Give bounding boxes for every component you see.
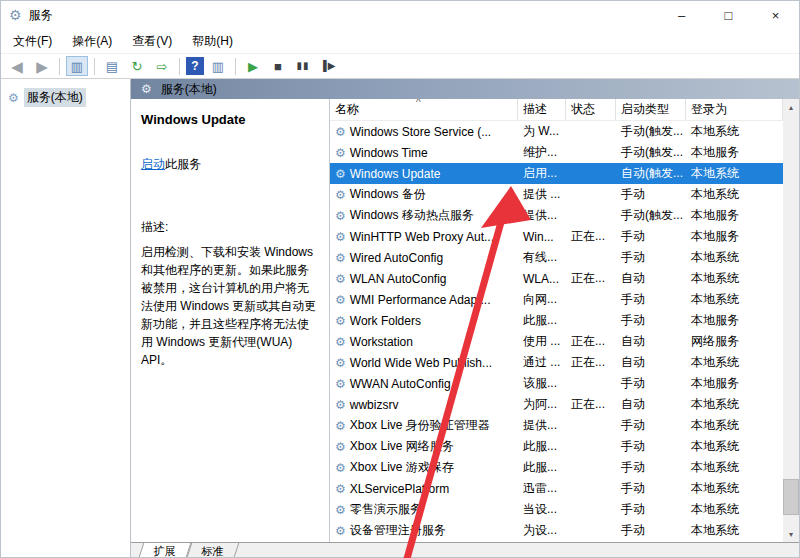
- table-row[interactable]: ⚙WMI Performance Adapt...向网...手动本地系统: [330, 289, 783, 310]
- table-row[interactable]: ⚙Windows Time维护...手动(触发...本地服务: [330, 142, 783, 163]
- service-name-cell: ⚙WWAN AutoConfig: [330, 377, 518, 391]
- scroll-down-icon[interactable]: ▾: [783, 526, 799, 542]
- service-name: World Wide Web Publish...: [350, 356, 492, 370]
- service-name-cell: ⚙WinHTTP Web Proxy Aut...: [330, 230, 518, 244]
- service-description-cell: 提供...: [518, 207, 566, 224]
- selected-service-title: Windows Update: [141, 112, 319, 127]
- service-description-cell: 该服...: [518, 375, 566, 392]
- vertical-scrollbar[interactable]: ▴ ▾: [783, 99, 799, 542]
- service-startup-type-cell: 手动: [616, 522, 686, 539]
- refresh-icon[interactable]: ↻: [126, 56, 148, 76]
- scroll-up-icon[interactable]: ▴: [783, 99, 799, 115]
- service-action-suffix: 此服务: [165, 157, 201, 171]
- gear-icon: ⚙: [141, 82, 152, 96]
- table-row[interactable]: ⚙Xbox Live 身份验证管理器提供...手动本地系统: [330, 415, 783, 436]
- table-row[interactable]: ⚙WWAN AutoConfig该服...手动本地服务: [330, 373, 783, 394]
- start-service-link[interactable]: 启动: [141, 157, 165, 171]
- properties-icon[interactable]: ▤: [101, 56, 123, 76]
- service-name-cell: ⚙wwbizsrv: [330, 398, 518, 412]
- table-row[interactable]: ⚙WLAN AutoConfigWLA...正在...自动本地系统: [330, 268, 783, 289]
- toolbar-separator: [235, 58, 236, 75]
- maximize-button[interactable]: □: [705, 1, 752, 29]
- service-startup-type-cell: 手动: [616, 186, 686, 203]
- service-logon-cell: 本地系统: [686, 480, 783, 497]
- show-action-pane-icon[interactable]: ▥: [207, 56, 229, 76]
- tree-item-services-local[interactable]: ⚙ 服务(本地): [8, 88, 130, 107]
- table-row[interactable]: ⚙Xbox Live 游戏保存此服...手动本地系统: [330, 457, 783, 478]
- menu-help[interactable]: 帮助(H): [182, 29, 243, 54]
- service-name: WLAN AutoConfig: [350, 272, 447, 286]
- menu-bar: 文件(F) 操作(A) 查看(V) 帮助(H): [1, 29, 799, 53]
- pause-service-icon[interactable]: ▮▮: [292, 56, 314, 76]
- service-status-cell: 正在...: [566, 396, 616, 413]
- table-row[interactable]: ⚙Windows Store Service (...为 W...手动(触发..…: [330, 121, 783, 142]
- table-row[interactable]: ⚙Wired AutoConfig有线...手动本地系统: [330, 247, 783, 268]
- table-row[interactable]: ⚙World Wide Web Publish...通过 ...正在...自动本…: [330, 352, 783, 373]
- table-row[interactable]: ⚙Windows Update启用...自动(触发...本地系统: [330, 163, 783, 184]
- help-icon[interactable]: ?: [186, 57, 204, 75]
- column-header-description[interactable]: 描述: [518, 99, 566, 120]
- service-startup-type-cell: 手动(触发...: [616, 207, 686, 224]
- service-startup-type-cell: 手动(触发...: [616, 144, 686, 161]
- toolbar-separator: [179, 58, 180, 75]
- column-header-name[interactable]: 名称 ^: [330, 99, 518, 120]
- table-row[interactable]: ⚙设备管理注册服务为设...手动本地系统: [330, 520, 783, 541]
- stop-service-icon[interactable]: ■: [267, 56, 289, 76]
- service-logon-cell: 本地服务: [686, 207, 783, 224]
- table-row[interactable]: ⚙零售演示服务当设...手动本地系统: [330, 499, 783, 520]
- main-pane: ⚙ 服务(本地) Windows Update 启动此服务 描述: 启用检测、下…: [131, 79, 799, 557]
- service-startup-type-cell: 自动: [616, 354, 686, 371]
- service-gear-icon: ⚙: [335, 398, 346, 412]
- close-button[interactable]: ×: [752, 1, 799, 29]
- scrollbar-thumb[interactable]: [783, 479, 799, 515]
- service-startup-type-cell: 手动: [616, 417, 686, 434]
- table-row[interactable]: ⚙Windows 移动热点服务提供...手动(触发...本地服务: [330, 205, 783, 226]
- pane-header-title: 服务(本地): [161, 81, 217, 98]
- service-description-cell: 为设...: [518, 522, 566, 539]
- table-row[interactable]: ⚙Work Folders此服...手动本地服务: [330, 310, 783, 331]
- service-gear-icon: ⚙: [335, 272, 346, 286]
- service-description-pane: Windows Update 启动此服务 描述: 启用检测、下载和安装 Wind…: [131, 99, 329, 542]
- service-name-cell: ⚙Windows Store Service (...: [330, 125, 518, 139]
- view-tab-standard[interactable]: 标准: [187, 543, 240, 557]
- description-label: 描述:: [141, 219, 319, 236]
- table-row[interactable]: ⚙Xbox Live 网络服务此服...手动本地系统: [330, 436, 783, 457]
- service-name: Windows Time: [350, 146, 428, 160]
- table-row[interactable]: ⚙Windows 备份提供 ...手动本地系统: [330, 184, 783, 205]
- forward-icon[interactable]: ▶: [31, 56, 53, 76]
- service-startup-type-cell: 手动: [616, 501, 686, 518]
- minimize-button[interactable]: –: [658, 1, 705, 29]
- service-description-cell: 提供 ...: [518, 186, 566, 203]
- service-name: WWAN AutoConfig: [350, 377, 451, 391]
- restart-service-icon[interactable]: ▐▶: [317, 56, 339, 76]
- service-name: Windows 备份: [350, 186, 426, 203]
- service-logon-cell: 本地服务: [686, 144, 783, 161]
- service-description-cell: 使用 ...: [518, 333, 566, 350]
- tree-item-label: 服务(本地): [24, 88, 86, 107]
- service-name-cell: ⚙XLServicePlatform: [330, 482, 518, 496]
- start-service-icon[interactable]: ▶: [242, 56, 264, 76]
- table-row[interactable]: ⚙Workstation使用 ...正在...自动网络服务: [330, 331, 783, 352]
- service-logon-cell: 网络服务: [686, 333, 783, 350]
- service-name: Work Folders: [350, 314, 421, 328]
- back-icon[interactable]: ◀: [6, 56, 28, 76]
- menu-file[interactable]: 文件(F): [3, 29, 62, 54]
- service-logon-cell: 本地系统: [686, 165, 783, 182]
- show-console-tree-icon[interactable]: ▥: [66, 56, 88, 76]
- service-gear-icon: ⚙: [335, 251, 346, 265]
- view-tab-label: 扩展: [154, 544, 176, 557]
- column-header-startup-type[interactable]: 启动类型: [616, 99, 686, 120]
- table-row[interactable]: ⚙XLServicePlatform迅雷...手动本地系统: [330, 478, 783, 499]
- column-header-logon-as[interactable]: 登录为: [686, 99, 783, 120]
- service-logon-cell: 本地系统: [686, 501, 783, 518]
- service-description-cell: 为 W...: [518, 123, 566, 140]
- service-description-cell: WLA...: [518, 272, 566, 286]
- export-list-icon[interactable]: ⇨: [151, 56, 173, 76]
- menu-action[interactable]: 操作(A): [62, 29, 122, 54]
- table-row[interactable]: ⚙wwbizsrv为阿...正在...自动本地系统: [330, 394, 783, 415]
- gear-icon: ⚙: [8, 91, 19, 105]
- column-header-status[interactable]: 状态: [566, 99, 616, 120]
- menu-view[interactable]: 查看(V): [122, 29, 182, 54]
- view-tab-extended[interactable]: 扩展: [139, 543, 192, 557]
- table-row[interactable]: ⚙WinHTTP Web Proxy Aut...Win...正在...手动本地…: [330, 226, 783, 247]
